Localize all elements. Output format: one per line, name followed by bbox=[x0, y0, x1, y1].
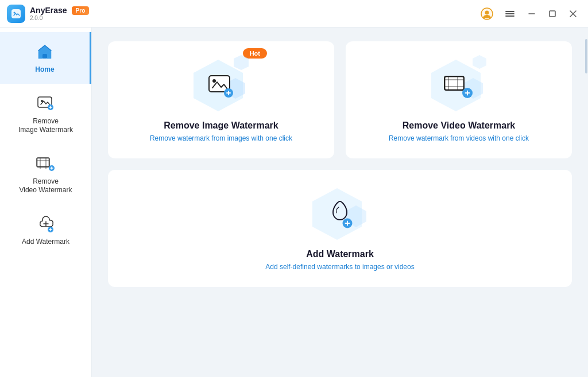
svg-rect-15 bbox=[37, 158, 49, 167]
svg-rect-33 bbox=[444, 76, 464, 90]
sidebar: Home RemoveImage Watermark bbox=[0, 28, 92, 377]
minimize-button[interactable] bbox=[524, 6, 540, 22]
user-icon[interactable] bbox=[478, 5, 496, 23]
close-button[interactable] bbox=[565, 6, 581, 22]
add-watermark-card[interactable]: Add Watermark Add self-defined watermark… bbox=[108, 170, 572, 287]
add-watermark-card-desc: Add self-defined watermarks to images or… bbox=[265, 263, 414, 271]
content-area: Hot bbox=[92, 28, 588, 377]
cards-grid: Hot bbox=[108, 41, 572, 287]
sidebar-item-add-watermark[interactable]: Add Watermark bbox=[0, 204, 91, 256]
remove-video-card-title: Remove Video Watermark bbox=[403, 121, 516, 131]
add-watermark-card-title: Add Watermark bbox=[306, 249, 374, 259]
add-watermark-icon bbox=[314, 188, 366, 240]
sidebar-remove-image-label: RemoveImage Watermark bbox=[18, 117, 73, 135]
titlebar-right bbox=[478, 5, 581, 23]
titlebar: AnyErase Pro 2.0.0 bbox=[0, 0, 588, 28]
maximize-button[interactable] bbox=[544, 6, 560, 22]
svg-point-1 bbox=[14, 11, 16, 13]
remove-image-icon bbox=[195, 60, 247, 111]
remove-image-card[interactable]: Hot bbox=[108, 41, 334, 158]
svg-rect-8 bbox=[550, 11, 555, 17]
sidebar-item-remove-image[interactable]: RemoveImage Watermark bbox=[0, 84, 91, 144]
sidebar-home-label: Home bbox=[35, 65, 54, 75]
menu-icon[interactable] bbox=[501, 5, 519, 23]
svg-point-13 bbox=[41, 100, 43, 102]
svg-point-3 bbox=[485, 10, 489, 14]
scrollbar[interactable] bbox=[585, 28, 588, 377]
scrollbar-thumb bbox=[585, 39, 587, 73]
remove-video-card-desc: Remove watermark from videos with one cl… bbox=[389, 134, 529, 142]
sidebar-remove-video-label: RemoveVideo Watermark bbox=[19, 177, 72, 195]
app-version: 2.0.0 bbox=[30, 15, 89, 21]
sidebar-item-remove-video[interactable]: RemoveVideo Watermark bbox=[0, 144, 91, 204]
pro-badge: Pro bbox=[72, 6, 90, 15]
main: Home RemoveImage Watermark bbox=[0, 28, 588, 377]
svg-point-28 bbox=[212, 79, 216, 83]
svg-rect-16 bbox=[37, 158, 49, 166]
remove-video-icon-wrapper bbox=[433, 60, 485, 111]
app-name-group: AnyErase Pro 2.0.0 bbox=[30, 6, 89, 21]
remove-video-card[interactable]: Remove Video Watermark Remove watermark … bbox=[346, 41, 572, 158]
sidebar-item-home[interactable]: Home bbox=[0, 32, 91, 84]
remove-image-card-desc: Remove watermark from images with one cl… bbox=[150, 134, 292, 142]
remove-image-icon-wrapper bbox=[195, 60, 247, 111]
titlebar-left: AnyErase Pro 2.0.0 bbox=[7, 5, 89, 23]
sidebar-add-watermark-label: Add Watermark bbox=[22, 238, 69, 247]
app-logo bbox=[7, 5, 25, 23]
svg-rect-11 bbox=[42, 54, 47, 59]
app-name: AnyErase bbox=[30, 6, 67, 15]
remove-image-card-title: Remove Image Watermark bbox=[164, 121, 278, 131]
add-watermark-icon-wrapper bbox=[314, 188, 366, 240]
remove-video-icon bbox=[433, 60, 485, 111]
